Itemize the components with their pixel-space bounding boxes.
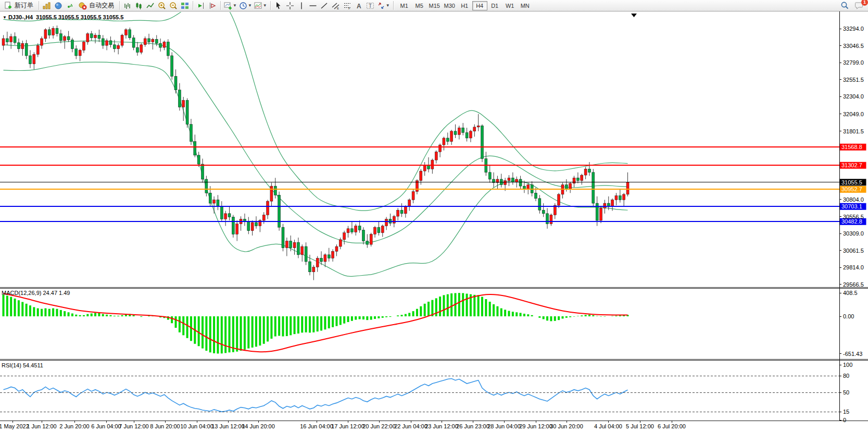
symbol-ohlc-header: ▼DJ30-,H4 31055.5 31055.5 31055.5 31055.… [3,14,123,20]
text-label-icon: T [366,2,374,10]
time-axis[interactable] [0,421,839,432]
svg-text:A: A [357,2,361,9]
channel-icon: E [332,2,340,10]
line-chart-button[interactable] [145,1,156,11]
candlestick-chart-icon [135,2,143,10]
bar-chart-button[interactable] [122,1,133,11]
new-order-label: 新订单 [15,1,33,10]
indicators-dropdown[interactable]: ▼ [253,1,268,11]
line-chart-icon [146,2,155,10]
signals-button[interactable] [64,1,76,11]
vertical-line-button[interactable] [296,1,307,11]
navigator-button[interactable] [53,1,64,11]
new-order-button[interactable]: 新订单 [1,1,36,11]
svg-text:F: F [348,7,350,10]
timeframe-M30[interactable]: M30 [442,1,457,10]
timeframe-group: M1M5M15M30H1H4D1W1MN [397,1,533,10]
bar-chart-icon [123,2,132,10]
arrows-dropdown[interactable]: ▼ [376,1,391,11]
fibonacci-button[interactable]: F [342,1,353,11]
tile-windows-icon [181,2,189,10]
timeframe-W1[interactable]: W1 [502,1,518,10]
search-button[interactable] [839,1,850,11]
trendline-button[interactable] [319,1,330,11]
timeframe-M1[interactable]: M1 [397,1,412,10]
macd-panel[interactable] [0,289,839,359]
text-button[interactable]: A [353,1,364,11]
macd-indicator-label: MACD(12,26,9) 24.47 1.49 [2,290,70,296]
zoom-out-button[interactable] [168,1,179,11]
indicators-icon [254,2,262,10]
crosshair-button[interactable] [284,1,296,11]
timeframe-D1[interactable]: D1 [487,1,502,10]
vertical-line-icon [297,2,306,10]
search-icon [840,1,849,10]
zoom-out-icon [169,2,178,10]
arrows-icon [377,2,385,10]
cursor-icon [274,2,283,10]
timeframe-H1[interactable]: H1 [457,1,472,10]
timeframe-H4[interactable]: H4 [472,1,487,10]
timeframe-M5[interactable]: M5 [412,1,427,10]
svg-text:T: T [369,3,372,9]
zoom-in-button[interactable] [156,1,168,11]
market-watch-button[interactable] [41,1,53,11]
navigator-icon [54,2,62,10]
tile-windows-button[interactable] [179,1,191,11]
timeframe-MN[interactable]: MN [518,1,533,10]
price-axis[interactable] [839,11,868,421]
auto-scroll-icon [197,2,205,10]
auto-trading-icon [79,2,87,10]
horizontal-line-icon [309,2,317,10]
cursor-button[interactable] [273,1,284,11]
notifications-button[interactable]: 1 [853,1,865,11]
notification-badge: 1 [861,0,868,6]
horizontal-line-button[interactable] [307,1,319,11]
market-watch-icon [43,2,51,10]
profiles-dropdown[interactable]: ▼ [238,1,253,11]
clock-icon [239,2,247,10]
rsi-indicator-label: RSI(14) 54.4511 [2,362,43,368]
auto-trading-label: 自动交易 [89,1,114,10]
crosshair-icon [286,2,294,10]
candlestick-chart-button[interactable] [133,1,145,11]
signals-icon [66,2,74,10]
text-label-button[interactable]: T [364,1,376,11]
rsi-panel[interactable] [0,361,839,420]
text-icon: A [355,2,363,10]
trendline-icon [320,2,329,10]
svg-text:E: E [337,7,339,10]
equidistant-channel-button[interactable]: E [330,1,342,11]
auto-trading-button[interactable]: 自动交易 [76,1,117,11]
timeframe-M15[interactable]: M15 [427,1,442,10]
chart-shift-icon [208,2,217,10]
toolbar: 新订单 自动交易 ▼ ▼ ▼ E F A T ▼ M1M5M15M30H1H4D… [0,0,868,11]
main-chart-panel[interactable] [0,11,839,287]
collapse-arrow-icon: ▼ [3,15,7,20]
fibonacci-icon: F [343,2,351,10]
new-order-icon [4,2,12,10]
zoom-in-icon [158,2,166,10]
new-chart-dropdown[interactable]: ▼ [223,1,238,11]
new-chart-icon [224,2,232,10]
chart-shift-button[interactable] [207,1,218,11]
auto-scroll-button[interactable] [195,1,207,11]
